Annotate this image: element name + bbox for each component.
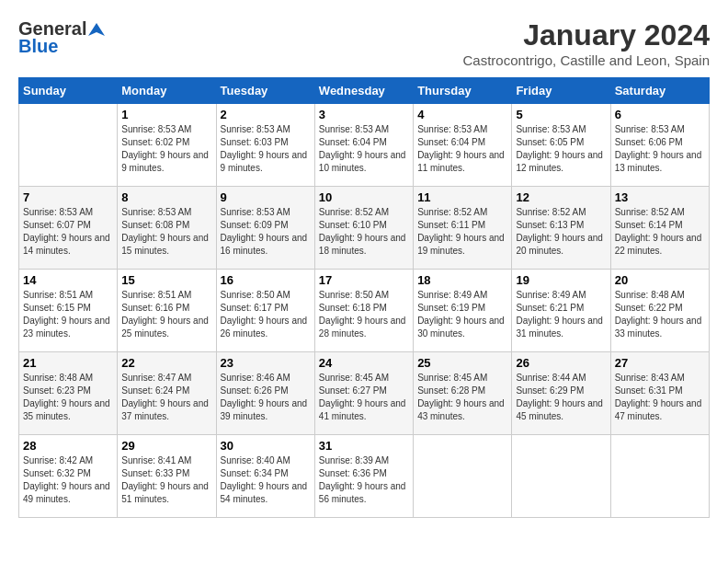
day-number: 29 — [121, 439, 211, 453]
day-number: 28 — [23, 439, 113, 453]
header-saturday: Saturday — [610, 78, 709, 104]
day-number: 8 — [121, 190, 211, 204]
day-info: Sunrise: 8:53 AMSunset: 6:07 PMDaylight:… — [23, 206, 113, 258]
day-info: Sunrise: 8:40 AMSunset: 6:34 PMDaylight:… — [221, 454, 311, 506]
day-info: Sunrise: 8:43 AMSunset: 6:31 PMDaylight:… — [615, 372, 705, 423]
day-info: Sunrise: 8:53 AMSunset: 6:04 PMDaylight:… — [319, 123, 409, 175]
header-thursday: Thursday — [414, 78, 512, 104]
day-number: 26 — [516, 356, 606, 370]
day-cell: 25 Sunrise: 8:45 AMSunset: 6:28 PMDaylig… — [414, 352, 512, 435]
header-monday: Monday — [118, 78, 216, 104]
day-info: Sunrise: 8:41 AMSunset: 6:33 PMDaylight:… — [121, 454, 211, 506]
day-info: Sunrise: 8:39 AMSunset: 6:36 PMDaylight:… — [319, 454, 409, 506]
day-info: Sunrise: 8:53 AMSunset: 6:09 PMDaylight:… — [221, 206, 311, 258]
day-cell: 8 Sunrise: 8:53 AMSunset: 6:08 PMDayligh… — [118, 187, 216, 270]
day-info: Sunrise: 8:51 AMSunset: 6:16 PMDaylight:… — [121, 289, 211, 340]
calendar-table: SundayMondayTuesdayWednesdayThursdayFrid… — [18, 77, 710, 518]
day-number: 2 — [221, 108, 311, 121]
day-number: 10 — [319, 190, 409, 204]
day-number: 21 — [23, 356, 113, 370]
week-row-4: 28 Sunrise: 8:42 AMSunset: 6:32 PMDaylig… — [19, 435, 710, 518]
calendar-header-row: SundayMondayTuesdayWednesdayThursdayFrid… — [19, 78, 710, 104]
day-info: Sunrise: 8:52 AMSunset: 6:10 PMDaylight:… — [319, 206, 409, 258]
day-number: 17 — [319, 273, 409, 287]
day-cell: 27 Sunrise: 8:43 AMSunset: 6:31 PMDaylig… — [610, 352, 709, 435]
day-cell — [610, 435, 709, 518]
day-number: 19 — [516, 273, 606, 287]
day-number: 6 — [615, 108, 705, 121]
day-info: Sunrise: 8:50 AMSunset: 6:17 PMDaylight:… — [221, 289, 311, 340]
day-info: Sunrise: 8:51 AMSunset: 6:15 PMDaylight:… — [23, 289, 113, 340]
day-cell: 20 Sunrise: 8:48 AMSunset: 6:22 PMDaylig… — [610, 270, 709, 352]
day-cell: 18 Sunrise: 8:49 AMSunset: 6:19 PMDaylig… — [414, 270, 512, 352]
day-info: Sunrise: 8:53 AMSunset: 6:02 PMDaylight:… — [121, 123, 211, 175]
day-info: Sunrise: 8:47 AMSunset: 6:24 PMDaylight:… — [121, 372, 211, 423]
day-cell: 19 Sunrise: 8:49 AMSunset: 6:21 PMDaylig… — [512, 270, 610, 352]
day-cell: 11 Sunrise: 8:52 AMSunset: 6:11 PMDaylig… — [414, 187, 512, 270]
day-cell: 21 Sunrise: 8:48 AMSunset: 6:23 PMDaylig… — [19, 352, 118, 435]
day-cell: 12 Sunrise: 8:52 AMSunset: 6:13 PMDaylig… — [512, 187, 610, 270]
day-cell: 7 Sunrise: 8:53 AMSunset: 6:07 PMDayligh… — [19, 187, 118, 270]
header-sunday: Sunday — [19, 78, 118, 104]
day-info: Sunrise: 8:46 AMSunset: 6:26 PMDaylight:… — [221, 372, 311, 423]
location-subtitle: Castrocontrigo, Castille and Leon, Spain — [463, 52, 711, 68]
day-number: 20 — [615, 273, 705, 287]
day-cell: 23 Sunrise: 8:46 AMSunset: 6:26 PMDaylig… — [216, 352, 314, 435]
day-cell: 30 Sunrise: 8:40 AMSunset: 6:34 PMDaylig… — [216, 435, 314, 518]
week-row-1: 7 Sunrise: 8:53 AMSunset: 6:07 PMDayligh… — [19, 187, 710, 270]
week-row-0: 1 Sunrise: 8:53 AMSunset: 6:02 PMDayligh… — [19, 104, 710, 187]
day-number: 31 — [319, 439, 409, 453]
day-number: 25 — [417, 356, 507, 370]
day-info: Sunrise: 8:52 AMSunset: 6:13 PMDaylight:… — [516, 206, 606, 258]
day-info: Sunrise: 8:52 AMSunset: 6:14 PMDaylight:… — [615, 206, 705, 258]
day-number: 30 — [221, 439, 311, 453]
day-number: 7 — [23, 190, 113, 204]
svg-marker-0 — [88, 23, 105, 36]
header-friday: Friday — [512, 78, 610, 104]
day-number: 22 — [121, 356, 211, 370]
day-info: Sunrise: 8:49 AMSunset: 6:21 PMDaylight:… — [516, 289, 606, 340]
day-number: 23 — [221, 356, 311, 370]
day-cell: 4 Sunrise: 8:53 AMSunset: 6:04 PMDayligh… — [414, 104, 512, 187]
day-number: 24 — [319, 356, 409, 370]
day-cell: 1 Sunrise: 8:53 AMSunset: 6:02 PMDayligh… — [118, 104, 216, 187]
page-header: General Blue January 2024 Castrocontrigo… — [18, 18, 710, 68]
header-tuesday: Tuesday — [216, 78, 314, 104]
day-cell: 24 Sunrise: 8:45 AMSunset: 6:27 PMDaylig… — [314, 352, 413, 435]
day-number: 13 — [615, 190, 705, 204]
header-wednesday: Wednesday — [314, 78, 413, 104]
day-cell: 29 Sunrise: 8:41 AMSunset: 6:33 PMDaylig… — [118, 435, 216, 518]
day-cell — [512, 435, 610, 518]
day-number: 16 — [221, 273, 311, 287]
logo-blue: Blue — [18, 36, 58, 57]
day-info: Sunrise: 8:48 AMSunset: 6:22 PMDaylight:… — [615, 289, 705, 340]
day-cell: 5 Sunrise: 8:53 AMSunset: 6:05 PMDayligh… — [512, 104, 610, 187]
day-info: Sunrise: 8:53 AMSunset: 6:05 PMDaylight:… — [516, 123, 606, 175]
day-number: 1 — [121, 108, 211, 121]
day-cell: 2 Sunrise: 8:53 AMSunset: 6:03 PMDayligh… — [216, 104, 314, 187]
day-number: 18 — [417, 273, 507, 287]
day-info: Sunrise: 8:53 AMSunset: 6:04 PMDaylight:… — [417, 123, 507, 175]
day-cell: 28 Sunrise: 8:42 AMSunset: 6:32 PMDaylig… — [19, 435, 118, 518]
day-cell: 10 Sunrise: 8:52 AMSunset: 6:10 PMDaylig… — [314, 187, 413, 270]
month-title: January 2024 — [463, 18, 711, 52]
day-cell: 9 Sunrise: 8:53 AMSunset: 6:09 PMDayligh… — [216, 187, 314, 270]
day-info: Sunrise: 8:49 AMSunset: 6:19 PMDaylight:… — [417, 289, 507, 340]
day-cell — [414, 435, 512, 518]
day-info: Sunrise: 8:53 AMSunset: 6:08 PMDaylight:… — [121, 206, 211, 258]
title-area: January 2024 Castrocontrigo, Castille an… — [463, 18, 711, 68]
day-cell: 3 Sunrise: 8:53 AMSunset: 6:04 PMDayligh… — [314, 104, 413, 187]
day-number: 5 — [516, 108, 606, 121]
day-cell: 17 Sunrise: 8:50 AMSunset: 6:18 PMDaylig… — [314, 270, 413, 352]
day-info: Sunrise: 8:50 AMSunset: 6:18 PMDaylight:… — [319, 289, 409, 340]
day-info: Sunrise: 8:45 AMSunset: 6:27 PMDaylight:… — [319, 372, 409, 423]
logo-bird-icon — [88, 21, 105, 38]
day-cell — [19, 104, 118, 187]
day-cell: 15 Sunrise: 8:51 AMSunset: 6:16 PMDaylig… — [118, 270, 216, 352]
day-info: Sunrise: 8:45 AMSunset: 6:28 PMDaylight:… — [417, 372, 507, 423]
day-number: 14 — [23, 273, 113, 287]
day-info: Sunrise: 8:48 AMSunset: 6:23 PMDaylight:… — [23, 372, 113, 423]
day-cell: 26 Sunrise: 8:44 AMSunset: 6:29 PMDaylig… — [512, 352, 610, 435]
week-row-2: 14 Sunrise: 8:51 AMSunset: 6:15 PMDaylig… — [19, 270, 710, 352]
day-cell: 22 Sunrise: 8:47 AMSunset: 6:24 PMDaylig… — [118, 352, 216, 435]
